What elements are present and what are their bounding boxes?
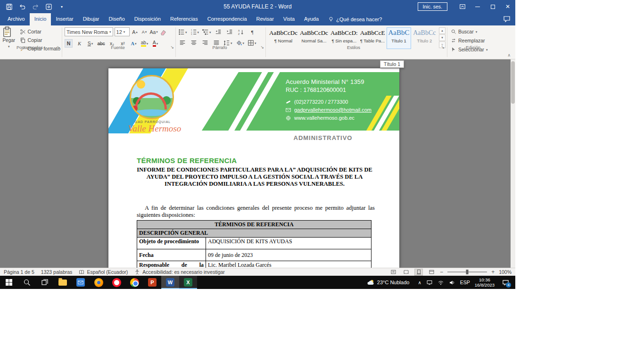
firefox-button[interactable] (90, 276, 107, 289)
tab-ayuda[interactable]: Ayuda (299, 13, 323, 25)
sign-in-button[interactable]: Inic. ses. (418, 2, 447, 11)
table-row: DESCRIPCIÓN GENERAL (137, 229, 372, 238)
print-layout-icon[interactable] (414, 269, 423, 276)
desktop: ▾ 55 AYUDA FALLE 2 - Word Inic. ses. ✕ A… (0, 0, 644, 362)
focus-icon[interactable] (389, 269, 397, 276)
zoom-level[interactable]: 100% (499, 269, 512, 275)
word-button[interactable]: W (161, 276, 179, 289)
zoom-in-icon[interactable]: + (491, 269, 495, 275)
tab-referencias[interactable]: Referencias (165, 13, 203, 25)
proofing-status[interactable]: Español (Ecuador) (79, 269, 128, 275)
shrink-font-icon[interactable]: A▾ (140, 28, 149, 36)
paragraph-dialog-launcher-icon[interactable]: ↘ (260, 45, 264, 49)
tab-vista[interactable]: Vista (279, 13, 299, 25)
zoom-slider-thumb[interactable] (466, 270, 469, 274)
bridge-icon (135, 92, 167, 109)
network-icon[interactable] (438, 280, 444, 286)
tab-revisar[interactable]: Revisar (252, 13, 279, 25)
document-intro: A fin de determinar las condiciones gene… (137, 205, 375, 219)
file-explorer-button[interactable] (54, 276, 72, 289)
tab-disposicion[interactable]: Disposición (130, 13, 165, 25)
style-preview: AaBbCcE (360, 29, 385, 36)
tell-me-box[interactable]: ¿Qué desea hacer? (323, 13, 387, 25)
styles-scroll-up-icon[interactable]: ▴ (439, 27, 446, 34)
collapse-ribbon-icon[interactable]: ∧ (507, 53, 511, 58)
row-value: Lic. Maribel Lozada Garcés Auxiliar de C… (206, 261, 372, 268)
find-button[interactable]: Buscar▾ (451, 27, 498, 36)
cut-button[interactable]: Cortar (20, 27, 60, 36)
redo-icon[interactable] (31, 2, 40, 11)
grow-font-icon[interactable]: A▴ (131, 28, 139, 36)
touch-mode-icon[interactable] (44, 2, 53, 11)
customize-qat-icon[interactable]: ▾ (58, 2, 66, 11)
replace-icon (451, 38, 456, 43)
search-button[interactable] (18, 276, 36, 289)
dropdown-arrow-icon: ▾ (124, 30, 125, 33)
styles-dialog-launcher-icon[interactable]: ↘ (441, 45, 445, 49)
increase-indent-icon[interactable] (226, 28, 234, 36)
powerpoint-button[interactable]: P (143, 276, 161, 289)
keyboard-language[interactable]: ESP (460, 280, 470, 285)
clipboard-dialog-launcher-icon[interactable]: ↘ (57, 45, 60, 49)
find-label: Buscar (458, 29, 474, 34)
display-icon[interactable] (426, 280, 433, 286)
undo-icon[interactable] (18, 2, 26, 11)
read-mode-icon[interactable] (402, 269, 410, 276)
zoom-out-icon[interactable]: − (440, 269, 443, 275)
tab-diseno[interactable]: Diseño (104, 13, 130, 25)
font-name-combo[interactable]: Times New Roman ▾ (65, 27, 113, 36)
multilevel-list-icon[interactable]: ▾ (202, 28, 211, 36)
chrome-icon (130, 278, 139, 287)
numbering-icon[interactable]: 123▾ (190, 28, 199, 36)
accessibility-status[interactable]: Accesibilidad: es necesario investigar (134, 269, 225, 275)
styles-scroll-down-icon[interactable]: ▾ (439, 34, 446, 41)
word-count[interactable]: 1323 palabras (41, 269, 73, 275)
start-button[interactable] (0, 276, 18, 289)
notification-center-button[interactable]: 4 (499, 276, 512, 289)
opera-button[interactable] (107, 276, 125, 289)
maximize-button[interactable] (485, 0, 500, 13)
word-icon: W (166, 278, 174, 287)
show-marks-icon[interactable]: ¶ (248, 28, 256, 36)
speaker-icon[interactable] (449, 280, 455, 286)
reference-table: TÉRMINOS DE REFERENCIA DESCRIPCIÓN GENER… (137, 220, 372, 268)
chrome-button[interactable] (125, 276, 143, 289)
save-icon[interactable] (5, 2, 13, 11)
document-page[interactable]: Acuerdo Ministerial N° 1359 RUC : 176812… (108, 68, 399, 268)
tab-correspondencia[interactable]: Correspondencia (203, 13, 252, 25)
style-preview: AaBbCc (413, 29, 436, 36)
copy-button[interactable]: Copiar (20, 36, 60, 44)
clock[interactable]: 10:36 16/8/2023 (475, 277, 495, 288)
decrease-indent-icon[interactable] (215, 28, 223, 36)
zoom-slider[interactable] (447, 272, 487, 272)
web-layout-icon[interactable] (427, 269, 436, 276)
change-case-button[interactable]: Aa▾ (150, 28, 158, 36)
doc-scrollbar-thumb[interactable] (511, 61, 515, 104)
weather-widget[interactable]: 23°C Nublado (362, 279, 414, 286)
tab-dibujar[interactable]: Dibujar (78, 13, 104, 25)
bullets-icon[interactable]: ▾ (178, 28, 187, 36)
doc-scrollbar[interactable] (511, 59, 515, 268)
comments-icon[interactable] (503, 15, 511, 23)
clear-formatting-icon[interactable] (159, 28, 167, 36)
close-button[interactable]: ✕ (500, 0, 515, 13)
document-heading: TÉRMINOS DE REFERENCIA (137, 156, 237, 165)
tab-archivo[interactable]: Archivo (3, 13, 30, 25)
ribbon-tab-bar: Archivo Inicio Insertar Dibujar Diseño D… (0, 13, 515, 25)
page-indicator[interactable]: Página 1 de 5 (4, 269, 34, 275)
svg-text:Z: Z (238, 33, 240, 35)
minimize-button[interactable] (470, 0, 485, 13)
tray-expand-icon[interactable]: ∧ (418, 280, 421, 285)
tab-insertar[interactable]: Insertar (51, 13, 78, 25)
replace-button[interactable]: Reemplazar (451, 36, 498, 45)
task-view-button[interactable] (36, 276, 54, 289)
tab-inicio[interactable]: Inicio (30, 13, 51, 25)
mail-button[interactable] (72, 276, 90, 289)
table-title-cell: TÉRMINOS DE REFERENCIA (137, 221, 372, 229)
sort-icon[interactable]: AZ (237, 28, 245, 36)
excel-button[interactable]: X (179, 276, 197, 289)
group-font: Times New Roman ▾ 12 ▾ A▴ A▾ Aa▾ (65, 26, 174, 51)
font-dialog-launcher-icon[interactable]: ↘ (170, 45, 174, 49)
font-size-combo[interactable]: 12 ▾ (115, 27, 130, 36)
ribbon-display-options-icon[interactable] (455, 0, 470, 13)
